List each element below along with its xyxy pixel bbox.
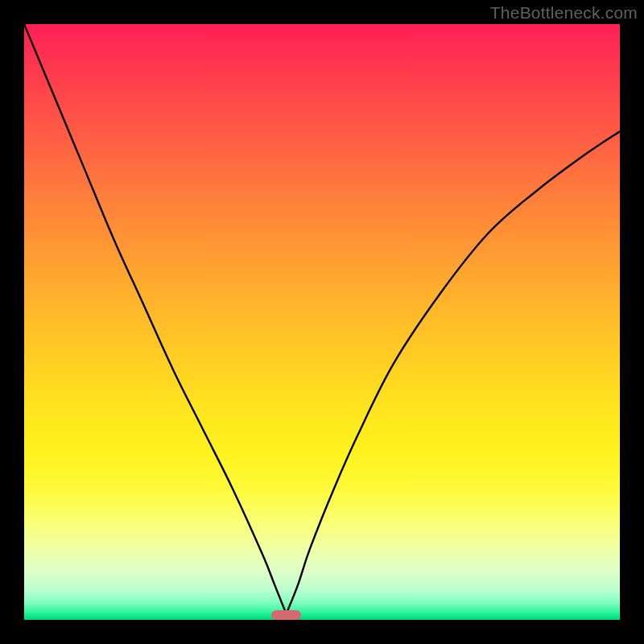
chart-frame: TheBottleneck.com (0, 0, 644, 644)
plot-area (24, 24, 620, 620)
left-curve (24, 24, 287, 614)
bottleneck-marker (271, 610, 301, 620)
right-curve (287, 131, 620, 613)
watermark-text: TheBottleneck.com (490, 3, 638, 23)
curve-layer (24, 24, 620, 620)
